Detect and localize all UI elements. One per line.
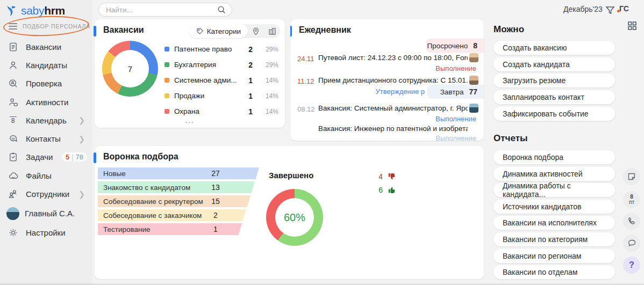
- sidebar-item-tasks[interactable]: Задачи 5|78: [0, 148, 92, 166]
- event-status[interactable]: Выполнение: [435, 64, 476, 72]
- app-logo[interactable]: sabyhrm: [5, 4, 65, 17]
- report-activity-dynamics-button[interactable]: Динамика активностей: [493, 167, 615, 181]
- chat-button[interactable]: [623, 235, 640, 252]
- help-button[interactable]: ?: [623, 257, 640, 274]
- calendar-weekday: пт: [629, 199, 634, 205]
- search-icon[interactable]: [217, 5, 226, 14]
- apps-grid-icon[interactable]: [627, 21, 637, 31]
- sidebar-item-label: Календарь: [26, 116, 67, 125]
- employees-icon: [8, 189, 18, 200]
- event-status[interactable]: Выполнение: [435, 134, 476, 141]
- legend-percent: 29%: [260, 61, 278, 69]
- vacancies-donut[interactable]: 7: [102, 41, 158, 97]
- gear-icon: [8, 228, 18, 238]
- legend-label: Системное адми...: [174, 76, 237, 84]
- sidebar-item-label: Настройки: [26, 228, 66, 237]
- event-text[interactable]: Вакансия: Инженер по патентной и изобрет…: [318, 125, 468, 133]
- event-text[interactable]: Прием дистанционного сотрудника: С 15.01…: [318, 76, 468, 84]
- tomorrow-badge[interactable]: Завтра77: [427, 85, 484, 99]
- legend-swatch: [164, 78, 169, 83]
- show-more-button[interactable]: ...: [95, 116, 285, 125]
- completed-donut[interactable]: 60%: [266, 189, 323, 246]
- legend-percent: 29%: [260, 46, 278, 53]
- module-label: ПОДБОР ПЕРСОНАЛА: [23, 23, 90, 30]
- log-event-button[interactable]: Зафиксировать событие: [493, 107, 615, 121]
- tab-categories[interactable]: Категории: [189, 24, 248, 38]
- legend-row[interactable]: Продажи 1 14%: [164, 88, 278, 104]
- sidebar-item-employees[interactable]: Сотрудники ❯: [0, 185, 92, 203]
- tab-categories-label: Категории: [207, 27, 241, 35]
- daily-title: Ежедневник: [299, 25, 351, 35]
- tab-regions[interactable]: [248, 27, 264, 35]
- funnel-chart: Новые 27 Знакомство с кандидатом 13 Собе…: [98, 167, 259, 235]
- hamburger-icon: [9, 23, 17, 30]
- report-candidate-sources-button[interactable]: Источники кандидатов: [493, 200, 615, 214]
- stage-value: 1: [207, 225, 224, 233]
- logo-brand: saby: [21, 4, 44, 17]
- avatar[interactable]: [469, 53, 478, 62]
- sidebar-item-candidates[interactable]: Кандидаты: [0, 56, 92, 74]
- avatar[interactable]: [469, 76, 478, 85]
- create-candidate-button[interactable]: Создать кандидата: [493, 57, 615, 71]
- search-person-icon: [8, 78, 18, 89]
- search-input[interactable]: [106, 6, 217, 14]
- search-bar[interactable]: [98, 3, 232, 17]
- module-switcher[interactable]: ПОДБОР ПЕРСОНАЛА: [9, 23, 90, 30]
- stage-label: Новые: [98, 170, 126, 178]
- logo-product: hrm: [44, 4, 65, 17]
- event-status[interactable]: Утверждение р: [376, 87, 425, 96]
- sidebar-item-check[interactable]: Проверка: [0, 75, 92, 93]
- person-activity-icon: [8, 97, 18, 107]
- legend-row[interactable]: Бухгалтерия 2 29%: [164, 57, 278, 72]
- sidebar-item-calendar[interactable]: 8 Календарь ❯: [0, 111, 92, 129]
- tab-departments[interactable]: [264, 27, 280, 35]
- funnel-stage[interactable]: Собеседование с заказчиком 2: [98, 209, 259, 221]
- tasks-total-count: 78: [76, 153, 83, 161]
- card-accent: [94, 152, 96, 163]
- legend-row[interactable]: Системное адми... 1 14%: [164, 72, 278, 88]
- overdue-badge[interactable]: Просрочено8: [426, 39, 484, 53]
- report-vacancies-by-department-button[interactable]: Вакансии по отделам: [493, 265, 615, 279]
- tasks-icon: [8, 152, 18, 163]
- avatar[interactable]: [469, 104, 478, 113]
- funnel-stage[interactable]: Знакомство с кандидатом 13: [98, 181, 259, 193]
- tasks-count-badge[interactable]: 5|78: [62, 152, 87, 162]
- event-text[interactable]: Путевой лист: 24.12.23 с 09:00 по 18:00,…: [318, 54, 468, 62]
- report-vacancies-by-region-button[interactable]: Вакансии по регионам: [493, 249, 615, 263]
- completed-percent: 60%: [284, 211, 305, 224]
- report-vacancies-by-assignee-button[interactable]: Вакансии на исполнителях: [493, 216, 615, 230]
- event-status[interactable]: Выполнение: [435, 115, 476, 123]
- plan-contact-button[interactable]: Запланировать контакт: [493, 90, 615, 104]
- tag-icon: [196, 27, 204, 35]
- thumb-up-icon[interactable]: [388, 186, 396, 194]
- report-candidate-work-button[interactable]: Динамика работы с кандидата...: [493, 183, 615, 197]
- sidebar-item-vacancies[interactable]: Вакансии: [0, 38, 92, 56]
- report-vacancies-by-category-button[interactable]: Вакансии по категориям: [493, 232, 615, 246]
- sidebar-item-contacts[interactable]: Контакты ❯: [0, 129, 92, 148]
- thumb-down-icon[interactable]: [388, 172, 396, 180]
- upload-resume-button[interactable]: Загрузить резюме: [493, 74, 615, 87]
- phone-button[interactable]: [623, 213, 640, 230]
- period-selector[interactable]: Декабрь'23: [563, 5, 603, 13]
- sidebar-item-label: Файлы: [26, 171, 52, 180]
- calendar-date-button[interactable]: 8пт: [623, 191, 640, 208]
- funnel-stage[interactable]: Собеседование с рекрутером 15: [98, 195, 259, 207]
- sidebar-item-files[interactable]: Файлы: [0, 166, 92, 185]
- sidebar-item-profile[interactable]: Главный С.А.: [0, 203, 92, 224]
- completed-label: Завершено: [269, 171, 313, 180]
- create-vacancy-button[interactable]: Создать вакансию: [493, 41, 615, 55]
- report-funnel-button[interactable]: Воронка подбора: [493, 150, 615, 164]
- sidebar-item-label: Вакансии: [26, 42, 61, 52]
- event-text[interactable]: Вакансия: Системный администратор, г. Яр…: [318, 104, 468, 112]
- legend-count: 1: [237, 107, 253, 116]
- filter-icon[interactable]: [605, 5, 615, 15]
- building-icon: [268, 27, 276, 35]
- funnel-stage[interactable]: Новые 27: [98, 167, 259, 179]
- notes-button[interactable]: [623, 168, 640, 185]
- document-icon: [8, 41, 18, 52]
- legend-row[interactable]: Патентное право 2 29%: [164, 41, 278, 57]
- user-initials-badge[interactable]: ГС: [619, 4, 629, 13]
- sidebar-item-activities[interactable]: Активности: [0, 93, 92, 111]
- sidebar-item-settings[interactable]: Настройки: [0, 224, 92, 242]
- funnel-stage[interactable]: Тестирование 1: [98, 223, 259, 235]
